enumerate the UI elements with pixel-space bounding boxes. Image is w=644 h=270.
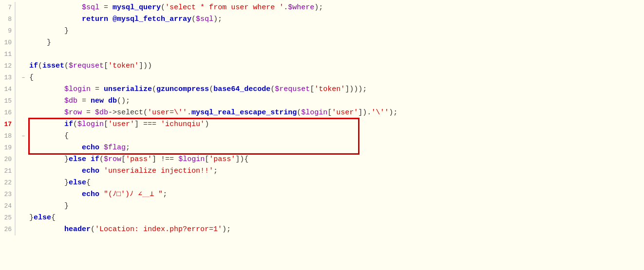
- code-line: 14 $login = unserialize(gzuncompress(bas…: [0, 84, 644, 95]
- code-line: 15 $db = new db();: [0, 95, 644, 107]
- code-line: 11: [0, 49, 644, 60]
- line-number: 16: [0, 107, 16, 119]
- code-content: echo "(ﾉ□')ﾉ ∠＿⊥ ";: [27, 189, 644, 200]
- code-content: return @mysql_fetch_array($sql);: [27, 14, 644, 25]
- line-number: 10: [0, 37, 16, 49]
- code-content: header('Location: index.php?error=1');: [27, 224, 644, 235]
- line-number: 23: [0, 189, 16, 200]
- code-content: if(isset($requset['token'])): [27, 60, 644, 72]
- code-content: $db = new db();: [27, 95, 644, 107]
- code-line: 17 if($login['user'] === 'ichunqiu'): [0, 119, 644, 130]
- code-content: }else if($row['pass'] !== $login['pass']…: [27, 154, 644, 165]
- code-line: 26 header('Location: index.php?error=1')…: [0, 224, 644, 235]
- fold-indicator[interactable]: −: [19, 130, 27, 142]
- line-number: 8: [0, 14, 16, 25]
- code-line: 23 echo "(ﾉ□')ﾉ ∠＿⊥ ";: [0, 189, 644, 200]
- line-number: 17: [0, 119, 16, 130]
- line-number: 25: [0, 212, 16, 224]
- code-line: 24 }: [0, 200, 644, 212]
- code-content: }else{: [27, 212, 644, 224]
- code-content: }: [27, 25, 644, 37]
- line-number: 7: [0, 2, 16, 14]
- code-line: 21 echo 'unserialize injection!!';: [0, 165, 644, 177]
- code-line: 22 }else{: [0, 177, 644, 189]
- code-content: }else{: [27, 177, 644, 189]
- code-line: 7 $sql = mysql_query('select * from user…: [0, 2, 644, 14]
- line-number: 26: [0, 224, 16, 235]
- line-number: 13: [0, 72, 16, 84]
- code-line: 8 return @mysql_fetch_array($sql);: [0, 14, 644, 25]
- code-line: 10 }: [0, 37, 644, 49]
- code-line: 18− {: [0, 130, 644, 142]
- code-content: if($login['user'] === 'ichunqiu'): [27, 119, 644, 130]
- line-number: 11: [0, 49, 16, 60]
- code-content: $login = unserialize(gzuncompress(base64…: [27, 84, 644, 95]
- code-content: $row = $db->select('user=\''.mysql_real_…: [27, 107, 644, 119]
- code-content: echo $flag;: [27, 142, 644, 154]
- code-line: 12 if(isset($requset['token'])): [0, 60, 644, 72]
- line-number: 22: [0, 177, 16, 189]
- code-line: 9 }: [0, 25, 644, 37]
- code-content: }: [27, 200, 644, 212]
- code-content: {: [27, 130, 644, 142]
- code-line: 13−{: [0, 72, 644, 84]
- line-number: 9: [0, 25, 16, 37]
- code-line: 20 }else if($row['pass'] !== $login['pas…: [0, 154, 644, 165]
- line-number: 14: [0, 84, 16, 95]
- line-number: 24: [0, 200, 16, 212]
- code-content: echo 'unserialize injection!!';: [27, 165, 644, 177]
- code-content: {: [27, 72, 644, 84]
- line-number: 18: [0, 130, 16, 142]
- code-content: $sql = mysql_query('select * from user w…: [27, 2, 644, 14]
- code-content: [27, 49, 644, 60]
- code-line: 19 echo $flag;: [0, 142, 644, 154]
- code-editor: 7 $sql = mysql_query('select * from user…: [0, 0, 644, 270]
- line-number: 21: [0, 165, 16, 177]
- fold-indicator[interactable]: −: [19, 72, 27, 84]
- line-number: 15: [0, 95, 16, 107]
- code-line: 25 }else{: [0, 212, 644, 224]
- code-content: }: [27, 37, 644, 49]
- line-number: 12: [0, 60, 16, 72]
- line-number: 19: [0, 142, 16, 154]
- code-line: 16 $row = $db->select('user=\''.mysql_re…: [0, 107, 644, 119]
- line-number: 20: [0, 154, 16, 165]
